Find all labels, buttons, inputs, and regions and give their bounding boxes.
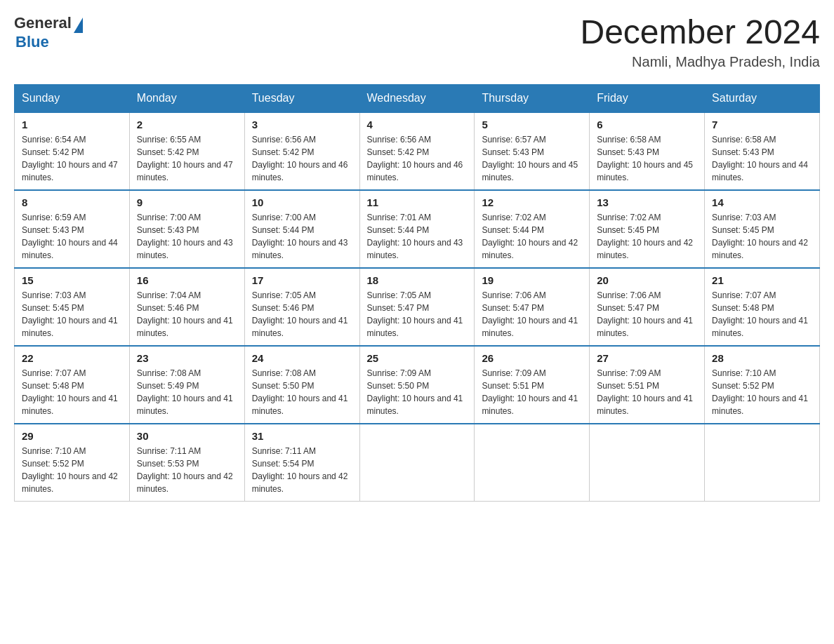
cell-week2-day1: 9 Sunrise: 7:00 AMSunset: 5:43 PMDayligh… — [129, 190, 244, 268]
day-info: Sunrise: 6:58 AMSunset: 5:43 PMDaylight:… — [597, 133, 697, 184]
cell-week3-day2: 17 Sunrise: 7:05 AMSunset: 5:46 PMDaylig… — [244, 268, 359, 346]
cell-week4-day3: 25 Sunrise: 7:09 AMSunset: 5:50 PMDaylig… — [359, 346, 475, 424]
week-row-2: 8 Sunrise: 6:59 AMSunset: 5:43 PMDayligh… — [15, 190, 820, 268]
day-number: 12 — [482, 196, 582, 208]
cell-week5-day4 — [475, 424, 590, 502]
cell-week3-day5: 20 Sunrise: 7:06 AMSunset: 5:47 PMDaylig… — [590, 268, 705, 346]
cell-week2-day6: 14 Sunrise: 7:03 AMSunset: 5:45 PMDaylig… — [705, 190, 820, 268]
cell-week5-day5 — [590, 424, 705, 502]
day-info: Sunrise: 7:11 AMSunset: 5:54 PMDaylight:… — [252, 445, 352, 495]
day-info: Sunrise: 7:10 AMSunset: 5:52 PMDaylight:… — [22, 445, 122, 495]
cell-week2-day5: 13 Sunrise: 7:02 AMSunset: 5:45 PMDaylig… — [590, 190, 705, 268]
cell-week3-day1: 16 Sunrise: 7:04 AMSunset: 5:46 PMDaylig… — [129, 268, 244, 346]
day-number: 23 — [137, 352, 237, 364]
day-info: Sunrise: 6:58 AMSunset: 5:43 PMDaylight:… — [712, 133, 812, 184]
cell-week1-day2: 3 Sunrise: 6:56 AMSunset: 5:42 PMDayligh… — [244, 112, 359, 190]
week-row-4: 22 Sunrise: 7:07 AMSunset: 5:48 PMDaylig… — [15, 346, 820, 424]
day-number: 17 — [252, 274, 352, 286]
cell-week1-day6: 7 Sunrise: 6:58 AMSunset: 5:43 PMDayligh… — [705, 112, 820, 190]
calendar-table: Sunday Monday Tuesday Wednesday Thursday… — [14, 84, 820, 502]
day-number: 4 — [367, 119, 468, 130]
day-info: Sunrise: 7:08 AMSunset: 5:49 PMDaylight:… — [137, 367, 237, 417]
day-number: 13 — [597, 196, 697, 208]
cell-week4-day2: 24 Sunrise: 7:08 AMSunset: 5:50 PMDaylig… — [244, 346, 359, 424]
day-info: Sunrise: 7:10 AMSunset: 5:52 PMDaylight:… — [712, 367, 812, 417]
header-tuesday: Tuesday — [244, 84, 359, 112]
day-number: 15 — [22, 274, 122, 286]
cell-week4-day5: 27 Sunrise: 7:09 AMSunset: 5:51 PMDaylig… — [590, 346, 705, 424]
cell-week4-day1: 23 Sunrise: 7:08 AMSunset: 5:49 PMDaylig… — [129, 346, 244, 424]
logo-general: General — [14, 14, 83, 33]
day-info: Sunrise: 7:05 AMSunset: 5:47 PMDaylight:… — [367, 289, 468, 340]
day-number: 24 — [252, 352, 352, 364]
cell-week5-day0: 29 Sunrise: 7:10 AMSunset: 5:52 PMDaylig… — [15, 424, 130, 502]
day-info: Sunrise: 7:00 AMSunset: 5:43 PMDaylight:… — [137, 211, 237, 262]
cell-week3-day3: 18 Sunrise: 7:05 AMSunset: 5:47 PMDaylig… — [359, 268, 475, 346]
day-number: 7 — [712, 119, 812, 130]
day-number: 29 — [22, 430, 122, 442]
week-row-3: 15 Sunrise: 7:03 AMSunset: 5:45 PMDaylig… — [15, 268, 820, 346]
day-info: Sunrise: 7:01 AMSunset: 5:44 PMDaylight:… — [367, 211, 468, 262]
cell-week4-day4: 26 Sunrise: 7:09 AMSunset: 5:51 PMDaylig… — [475, 346, 590, 424]
title-section: December 2024 Namli, Madhya Pradesh, Ind… — [580, 14, 820, 70]
day-number: 11 — [367, 196, 468, 208]
cell-week1-day0: 1 Sunrise: 6:54 AMSunset: 5:42 PMDayligh… — [15, 112, 130, 190]
day-number: 28 — [712, 352, 812, 364]
header-friday: Friday — [590, 84, 705, 112]
day-info: Sunrise: 7:11 AMSunset: 5:53 PMDaylight:… — [137, 445, 237, 495]
day-info: Sunrise: 7:03 AMSunset: 5:45 PMDaylight:… — [22, 289, 122, 340]
month-title: December 2024 — [580, 14, 820, 51]
day-number: 25 — [367, 352, 468, 364]
day-number: 19 — [482, 274, 582, 286]
day-info: Sunrise: 7:07 AMSunset: 5:48 PMDaylight:… — [712, 289, 812, 340]
calendar-body: 1 Sunrise: 6:54 AMSunset: 5:42 PMDayligh… — [15, 112, 820, 502]
day-number: 8 — [22, 196, 122, 208]
day-info: Sunrise: 7:02 AMSunset: 5:44 PMDaylight:… — [482, 211, 582, 262]
day-info: Sunrise: 6:56 AMSunset: 5:42 PMDaylight:… — [367, 133, 468, 184]
day-number: 3 — [252, 119, 352, 130]
day-info: Sunrise: 7:04 AMSunset: 5:46 PMDaylight:… — [137, 289, 237, 340]
day-info: Sunrise: 6:54 AMSunset: 5:42 PMDaylight:… — [22, 133, 122, 184]
cell-week1-day1: 2 Sunrise: 6:55 AMSunset: 5:42 PMDayligh… — [129, 112, 244, 190]
day-info: Sunrise: 7:09 AMSunset: 5:50 PMDaylight:… — [367, 367, 468, 417]
day-number: 16 — [137, 274, 237, 286]
day-info: Sunrise: 6:56 AMSunset: 5:42 PMDaylight:… — [252, 133, 352, 184]
day-number: 2 — [137, 119, 237, 130]
day-info: Sunrise: 7:00 AMSunset: 5:44 PMDaylight:… — [252, 211, 352, 262]
day-number: 1 — [22, 119, 122, 130]
cell-week1-day5: 6 Sunrise: 6:58 AMSunset: 5:43 PMDayligh… — [590, 112, 705, 190]
header-wednesday: Wednesday — [359, 84, 475, 112]
day-info: Sunrise: 6:57 AMSunset: 5:43 PMDaylight:… — [482, 133, 582, 184]
page-header: General Blue December 2024 Namli, Madhya… — [14, 14, 820, 70]
header-sunday: Sunday — [15, 84, 130, 112]
day-number: 21 — [712, 274, 812, 286]
cell-week4-day6: 28 Sunrise: 7:10 AMSunset: 5:52 PMDaylig… — [705, 346, 820, 424]
cell-week3-day4: 19 Sunrise: 7:06 AMSunset: 5:47 PMDaylig… — [475, 268, 590, 346]
day-info: Sunrise: 6:55 AMSunset: 5:42 PMDaylight:… — [137, 133, 237, 184]
day-number: 31 — [252, 430, 352, 442]
logo: General Blue — [14, 14, 83, 51]
cell-week2-day3: 11 Sunrise: 7:01 AMSunset: 5:44 PMDaylig… — [359, 190, 475, 268]
week-row-5: 29 Sunrise: 7:10 AMSunset: 5:52 PMDaylig… — [15, 424, 820, 502]
day-info: Sunrise: 7:05 AMSunset: 5:46 PMDaylight:… — [252, 289, 352, 340]
cell-week2-day2: 10 Sunrise: 7:00 AMSunset: 5:44 PMDaylig… — [244, 190, 359, 268]
logo-general-text: General — [14, 14, 72, 32]
day-info: Sunrise: 7:02 AMSunset: 5:45 PMDaylight:… — [597, 211, 697, 262]
cell-week3-day0: 15 Sunrise: 7:03 AMSunset: 5:45 PMDaylig… — [15, 268, 130, 346]
cell-week2-day4: 12 Sunrise: 7:02 AMSunset: 5:44 PMDaylig… — [475, 190, 590, 268]
day-number: 20 — [597, 274, 697, 286]
logo-triangle-icon — [74, 18, 83, 33]
day-number: 14 — [712, 196, 812, 208]
day-number: 18 — [367, 274, 468, 286]
cell-week1-day4: 5 Sunrise: 6:57 AMSunset: 5:43 PMDayligh… — [475, 112, 590, 190]
cell-week5-day3 — [359, 424, 475, 502]
day-info: Sunrise: 7:06 AMSunset: 5:47 PMDaylight:… — [597, 289, 697, 340]
week-row-1: 1 Sunrise: 6:54 AMSunset: 5:42 PMDayligh… — [15, 112, 820, 190]
header-thursday: Thursday — [475, 84, 590, 112]
day-number: 22 — [22, 352, 122, 364]
day-info: Sunrise: 7:09 AMSunset: 5:51 PMDaylight:… — [482, 367, 582, 417]
day-info: Sunrise: 7:06 AMSunset: 5:47 PMDaylight:… — [482, 289, 582, 340]
day-number: 26 — [482, 352, 582, 364]
header-monday: Monday — [129, 84, 244, 112]
day-info: Sunrise: 7:07 AMSunset: 5:48 PMDaylight:… — [22, 367, 122, 417]
